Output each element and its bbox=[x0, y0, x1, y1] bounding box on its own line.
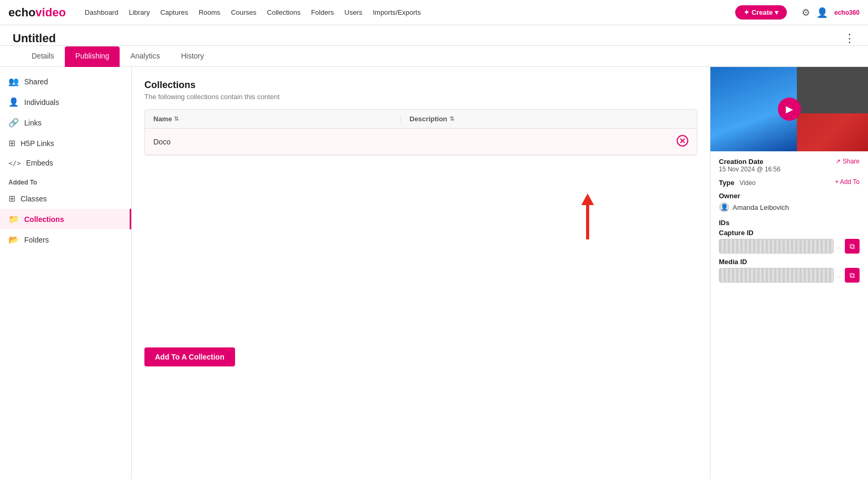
media-id-row: ... ⧉ bbox=[719, 268, 860, 283]
sidebar-label-collections: Collections bbox=[24, 215, 64, 224]
nav-dashboard[interactable]: Dashboard bbox=[81, 6, 123, 18]
create-button[interactable]: ✦ Create ▾ bbox=[735, 5, 787, 20]
nav-users[interactable]: Users bbox=[340, 6, 367, 18]
sort-name-icon: ⇅ bbox=[174, 115, 179, 122]
nav-rooms[interactable]: Rooms bbox=[194, 6, 225, 18]
sidebar-label-shared: Shared bbox=[24, 78, 48, 86]
settings-icon[interactable]: ⚙ bbox=[802, 7, 810, 18]
tab-publishing[interactable]: Publishing bbox=[65, 46, 120, 67]
sidebar-item-h5p[interactable]: ⊞ H5P Links bbox=[0, 133, 131, 153]
nav-collections[interactable]: Collections bbox=[263, 6, 305, 18]
sidebar-label-links: Links bbox=[24, 119, 42, 127]
media-id-label: Media ID bbox=[719, 258, 860, 266]
owner-avatar: 👤 bbox=[719, 202, 729, 212]
col-header-name[interactable]: Name ⇅ bbox=[153, 115, 401, 123]
video-thumbnail[interactable]: ▶ bbox=[710, 67, 868, 151]
remove-collection-button[interactable] bbox=[677, 135, 688, 148]
add-collection-wrapper: Add To A Collection bbox=[144, 335, 697, 366]
main-layout: 👥 Shared 👤 Individuals 🔗 Links ⊞ H5P Lin… bbox=[0, 67, 868, 479]
arrow-annotation bbox=[581, 193, 594, 239]
col-header-action bbox=[657, 115, 688, 123]
copy-capture-id-button[interactable]: ⧉ bbox=[845, 239, 860, 254]
right-panel: ▶ Creation Date 15 Nov 2024 @ 16:56 ↗ Sh… bbox=[710, 67, 868, 479]
creation-date-label: Creation Date bbox=[719, 158, 781, 166]
top-nav: echovideo Dashboard Library Captures Roo… bbox=[0, 0, 868, 25]
sidebar-item-individuals[interactable]: 👤 Individuals bbox=[0, 92, 131, 112]
sidebar-label-h5p: H5P Links bbox=[21, 139, 54, 148]
tab-details[interactable]: Details bbox=[21, 46, 65, 67]
add-to-label: + Add To bbox=[835, 178, 860, 186]
type-row: Type Video + Add To bbox=[719, 178, 860, 187]
add-to-collection-button[interactable]: Add To A Collection bbox=[144, 347, 235, 366]
logo-echo: echo bbox=[8, 6, 35, 20]
creation-date-value: 15 Nov 2024 @ 16:56 bbox=[719, 166, 781, 173]
sidebar-item-collections[interactable]: 📁 Collections bbox=[0, 209, 131, 229]
nav-courses[interactable]: Courses bbox=[227, 6, 260, 18]
links-icon: 🔗 bbox=[8, 118, 19, 128]
sidebar-label-embeds: Embeds bbox=[26, 159, 53, 167]
copy-media-id-button[interactable]: ⧉ bbox=[845, 268, 860, 283]
tab-analytics[interactable]: Analytics bbox=[120, 46, 170, 67]
sidebar-item-classes[interactable]: ⊞ Classes bbox=[0, 188, 131, 209]
col-name-label: Name bbox=[153, 115, 172, 123]
sidebar-item-links[interactable]: 🔗 Links bbox=[0, 112, 131, 133]
sidebar-item-embeds[interactable]: </> Embeds bbox=[0, 153, 131, 172]
content-area: Collections The following collections co… bbox=[132, 67, 710, 479]
arrow-shaft bbox=[586, 205, 589, 239]
row-name: Doco bbox=[153, 138, 401, 146]
sidebar-label-individuals: Individuals bbox=[24, 98, 59, 107]
owner-label: Owner bbox=[719, 192, 860, 200]
shared-icon: 👥 bbox=[8, 76, 19, 86]
remove-icon bbox=[677, 135, 688, 147]
capture-id-blur bbox=[719, 239, 833, 253]
capture-id-label: Capture ID bbox=[719, 229, 860, 237]
capture-id-field bbox=[719, 239, 834, 254]
row-action bbox=[657, 135, 688, 148]
nav-folders[interactable]: Folders bbox=[307, 6, 338, 18]
capture-id-ellipsis: ... bbox=[837, 243, 842, 249]
sidebar-item-folders[interactable]: 📂 Folders bbox=[0, 229, 131, 250]
col-header-description[interactable]: Description ⇅ bbox=[401, 115, 657, 123]
embeds-icon: </> bbox=[8, 159, 21, 167]
collections-title: Collections bbox=[144, 80, 697, 91]
type-info: Type Video bbox=[719, 178, 756, 187]
share-icon: ↗ bbox=[835, 158, 841, 165]
sidebar-item-shared[interactable]: 👥 Shared bbox=[0, 71, 131, 92]
table-header: Name ⇅ Description ⇅ bbox=[145, 110, 697, 129]
logo[interactable]: echovideo bbox=[8, 6, 66, 20]
media-id-ellipsis: ... bbox=[837, 272, 842, 278]
folders-icon: 📂 bbox=[8, 235, 19, 245]
collections-icon: 📁 bbox=[8, 214, 19, 224]
user-icon[interactable]: 👤 bbox=[816, 7, 828, 18]
collections-table: Name ⇅ Description ⇅ Doco bbox=[144, 109, 697, 156]
individuals-icon: 👤 bbox=[8, 97, 19, 107]
nav-captures[interactable]: Captures bbox=[156, 6, 192, 18]
owner-name: Amanda Leibovich bbox=[733, 204, 789, 211]
page-title: Untitled bbox=[13, 32, 56, 45]
classes-icon: ⊞ bbox=[8, 193, 15, 204]
sidebar-label-classes: Classes bbox=[21, 195, 47, 203]
share-action[interactable]: ↗ Share bbox=[835, 158, 860, 165]
user-label[interactable]: echo360 bbox=[834, 9, 860, 16]
added-to-section-header: Added To bbox=[0, 172, 131, 188]
page-menu-icon[interactable]: ⋮ bbox=[844, 32, 855, 45]
nav-imports-exports[interactable]: Imports/Exports bbox=[368, 6, 425, 18]
tab-history[interactable]: History bbox=[170, 46, 214, 67]
add-to-action[interactable]: + Add To bbox=[835, 178, 860, 186]
type-label: Type bbox=[719, 179, 734, 187]
nav-icons: ⚙ 👤 echo360 bbox=[802, 7, 860, 18]
ids-label: IDs bbox=[719, 219, 860, 227]
play-button[interactable]: ▶ bbox=[778, 98, 801, 121]
nav-links: Dashboard Library Captures Rooms Courses… bbox=[81, 6, 425, 18]
arrow-head-up bbox=[581, 193, 594, 205]
thumbnail-bottom-right bbox=[797, 113, 868, 151]
owner-row: 👤 Amanda Leibovich bbox=[719, 202, 860, 212]
thumbnail-right bbox=[797, 67, 868, 113]
metadata-panel: Creation Date 15 Nov 2024 @ 16:56 ↗ Shar… bbox=[710, 151, 868, 295]
sidebar: 👥 Shared 👤 Individuals 🔗 Links ⊞ H5P Lin… bbox=[0, 67, 132, 479]
media-id-blur bbox=[719, 268, 833, 282]
nav-library[interactable]: Library bbox=[124, 6, 154, 18]
col-desc-label: Description bbox=[409, 115, 447, 123]
page-header: Untitled ⋮ bbox=[0, 25, 868, 46]
logo-video: video bbox=[35, 6, 65, 20]
